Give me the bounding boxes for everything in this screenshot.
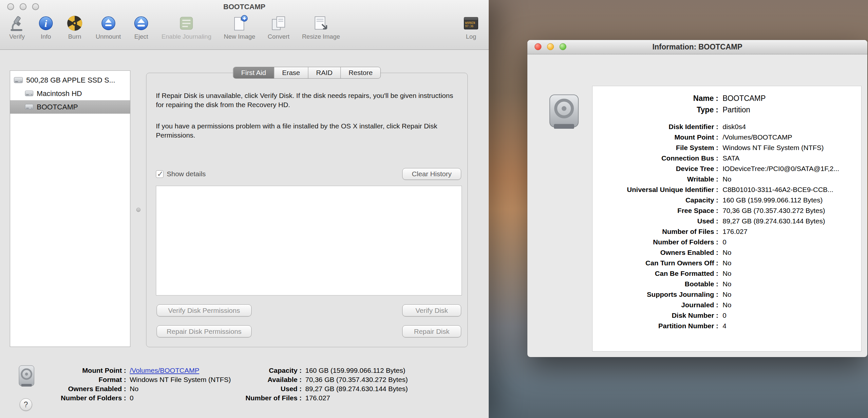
sidebar-splitter-grip[interactable] bbox=[136, 208, 141, 212]
volume-summary-footer: Mount Point : /Volumes/BOOTCAMP Format :… bbox=[0, 362, 489, 418]
eject-icon bbox=[133, 14, 149, 33]
footer-row-label: Format : bbox=[20, 375, 126, 384]
enable-journaling-toolbar-button[interactable]: Enable Journaling bbox=[161, 14, 211, 40]
first-aid-pane: First Aid Erase RAID Restore If Repair D… bbox=[146, 73, 468, 347]
info-row: Writable : No bbox=[592, 174, 861, 184]
unmount-label: Unmount bbox=[96, 33, 121, 40]
info-row-value: 0 bbox=[722, 310, 726, 321]
footer-row-value: 70,36 GB (70.357.430.272 Bytes) bbox=[305, 375, 408, 384]
zoom-button[interactable] bbox=[559, 43, 566, 50]
sidebar-item-bootcamp[interactable]: BOOTCAMP bbox=[10, 100, 130, 114]
info-details-box: Name : BOOTCAMP Type : Partition Disk Id… bbox=[592, 86, 862, 352]
close-button[interactable] bbox=[534, 43, 541, 50]
footer-row-label: Mount Point : bbox=[20, 366, 126, 375]
info-row-value: No bbox=[722, 268, 732, 279]
info-row bbox=[592, 116, 861, 122]
resize-image-label: Resize Image bbox=[302, 33, 340, 40]
show-details-checkbox[interactable] bbox=[156, 170, 163, 178]
info-row: Partition Number : 4 bbox=[592, 321, 861, 331]
info-row: Device Tree : IODeviceTree:/PCI0@0/SATA@… bbox=[592, 163, 861, 174]
svg-text:97:36: 97:36 bbox=[465, 25, 473, 28]
info-row-label: Owners Enabled : bbox=[592, 247, 718, 258]
info-row-value: Partition bbox=[722, 104, 750, 116]
info-row-label: Can Turn Owners Off : bbox=[592, 258, 718, 268]
help-button[interactable]: ? bbox=[20, 398, 32, 411]
first-aid-instructions-1: If Repair Disk is unavailable, click Ver… bbox=[156, 91, 462, 110]
resize-image-toolbar-button[interactable]: Resize Image bbox=[302, 14, 340, 40]
info-row-value: 4 bbox=[722, 321, 726, 331]
verify-disk-permissions-button[interactable]: Verify Disk Permissions bbox=[157, 304, 252, 317]
footer-row-label: Used : bbox=[193, 384, 302, 393]
info-row-value: No bbox=[722, 279, 732, 289]
repair-disk-permissions-button[interactable]: Repair Disk Permissions bbox=[157, 325, 252, 337]
footer-row-value: 0 bbox=[130, 393, 134, 402]
internal-disk-icon bbox=[13, 76, 23, 84]
info-label: Info bbox=[41, 33, 51, 40]
info-row-label: Bootable : bbox=[592, 279, 718, 289]
info-row-value: 89,27 GB (89.274.630.144 Bytes) bbox=[722, 216, 825, 227]
footer-row-label: Number of Files : bbox=[193, 393, 302, 402]
verify-icon bbox=[8, 14, 26, 33]
info-row: Number of Folders : 0 bbox=[592, 237, 861, 247]
info-row-value: disk0s4 bbox=[722, 122, 746, 132]
footer-row: Capacity : 160 GB (159.999.066.112 Bytes… bbox=[193, 366, 408, 375]
info-row-label: Disk Identifier : bbox=[592, 122, 718, 132]
clear-history-button[interactable]: Clear History bbox=[402, 168, 461, 180]
minimize-button[interactable] bbox=[547, 43, 554, 50]
first-aid-instructions-2: If you have a permissions problem with a… bbox=[156, 122, 462, 140]
verify-disk-button[interactable]: Verify Disk bbox=[402, 304, 461, 317]
show-details-label: Show details bbox=[167, 170, 206, 178]
repair-disk-button[interactable]: Repair Disk bbox=[402, 325, 461, 337]
resize-image-icon bbox=[312, 14, 330, 33]
sidebar-item-macintosh-hd[interactable]: Macintosh HD bbox=[10, 87, 130, 100]
sidebar-item-apple-ssd[interactable]: 500,28 GB APPLE SSD S... bbox=[10, 73, 130, 87]
info-row-label: File System : bbox=[592, 143, 718, 153]
info-row-label: Can Be Formatted : bbox=[592, 268, 718, 279]
minimize-button[interactable] bbox=[20, 3, 27, 10]
info-row-label: Mount Point : bbox=[592, 132, 718, 143]
convert-icon bbox=[270, 14, 287, 33]
unmount-toolbar-button[interactable]: Unmount bbox=[96, 14, 121, 40]
window-controls bbox=[7, 3, 39, 10]
footer-row-label: Owners Enabled : bbox=[20, 384, 126, 393]
convert-toolbar-button[interactable]: Convert bbox=[268, 14, 289, 40]
verify-label: Verify bbox=[9, 33, 25, 40]
info-row-value: No bbox=[722, 258, 732, 268]
info-row: Can Be Formatted : No bbox=[592, 268, 861, 279]
info-row-value: Windows NT File System (NTFS) bbox=[722, 143, 824, 153]
burn-icon bbox=[66, 14, 83, 33]
info-row-label: Free Space : bbox=[592, 205, 718, 216]
eject-toolbar-button[interactable]: Eject bbox=[133, 14, 149, 40]
sidebar-item-label: BOOTCAMP bbox=[37, 103, 78, 111]
new-image-toolbar-button[interactable]: New Image bbox=[224, 14, 255, 40]
info-row: Number of Files : 176.027 bbox=[592, 227, 861, 237]
zoom-button[interactable] bbox=[32, 3, 39, 10]
tab-first-aid[interactable]: First Aid bbox=[233, 67, 274, 78]
tab-erase[interactable]: Erase bbox=[274, 67, 308, 78]
info-row-label: Number of Files : bbox=[592, 227, 718, 237]
log-toolbar-button[interactable]: WARNIN 97:36 Log bbox=[463, 14, 479, 40]
tab-raid[interactable]: RAID bbox=[308, 67, 341, 78]
disk-utility-header: BOOTCAMP Verify bbox=[0, 0, 489, 50]
info-toolbar-button[interactable]: i Info bbox=[38, 14, 54, 40]
footer-row: Available : 70,36 GB (70.357.430.272 Byt… bbox=[193, 375, 408, 384]
volume-icon-large bbox=[546, 93, 582, 133]
footer-row-value[interactable]: /Volumes/BOOTCAMP bbox=[130, 366, 199, 375]
info-body: Name : BOOTCAMP Type : Partition Disk Id… bbox=[527, 54, 867, 357]
info-row: Disk Number : 0 bbox=[592, 310, 861, 321]
close-button[interactable] bbox=[7, 3, 14, 10]
verify-toolbar-button[interactable]: Verify bbox=[8, 14, 26, 40]
enable-journaling-icon bbox=[178, 14, 194, 33]
toolbar: Verify i Info bbox=[0, 14, 489, 49]
info-row-label: Universal Unique Identifier : bbox=[592, 184, 718, 195]
info-row-label: Partition Number : bbox=[592, 321, 718, 331]
info-row-value: C8B01010-3311-46A2-BCE9-CCB... bbox=[722, 184, 833, 195]
details-text-area[interactable] bbox=[156, 186, 462, 296]
tab-restore[interactable]: Restore bbox=[341, 67, 381, 78]
info-row-label: Used : bbox=[592, 216, 718, 227]
burn-toolbar-button[interactable]: Burn bbox=[66, 14, 83, 40]
info-row-value: 70,36 GB (70.357.430.272 Bytes) bbox=[722, 205, 825, 216]
log-icon: WARNIN 97:36 bbox=[463, 14, 479, 33]
footer-right-column: Capacity : 160 GB (159.999.066.112 Bytes… bbox=[193, 366, 408, 402]
device-sidebar: 500,28 GB APPLE SSD S... Macintosh HD bbox=[10, 70, 130, 347]
